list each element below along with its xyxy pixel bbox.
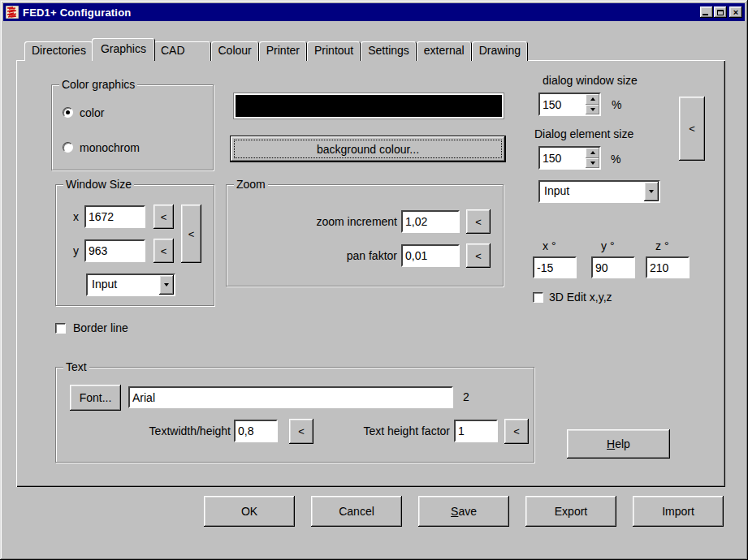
- dialog-element-size-input[interactable]: [540, 148, 586, 168]
- minimize-icon: [703, 14, 708, 15]
- font-count-label: 2: [463, 390, 469, 403]
- close-icon: ×: [733, 8, 738, 16]
- tab-colour[interactable]: Colour: [211, 41, 259, 61]
- arrow-up-icon: [590, 97, 595, 101]
- titlebar[interactable]: FED1+ Configuration ×: [3, 3, 745, 21]
- dialog-mode-value: Input: [540, 182, 644, 201]
- dialog-element-size-down-button[interactable]: [586, 158, 599, 169]
- arrow-down-icon: [590, 162, 595, 165]
- import-button[interactable]: Import: [633, 496, 724, 527]
- color-graphics-group: Color graphics color monochrom: [51, 84, 214, 170]
- window-size-x-apply-button[interactable]: <: [153, 205, 174, 229]
- zoom-group: Zoom zoom increment < pan faktor <: [226, 184, 504, 286]
- text-height-factor-apply-button[interactable]: <: [504, 419, 529, 444]
- window-size-mode-value: Input: [88, 275, 159, 295]
- tab-drawing[interactable]: Drawing: [472, 41, 528, 61]
- text-group: Text Font... 2 Textwidth/height < Text h…: [55, 367, 534, 463]
- font-button[interactable]: Font...: [70, 385, 121, 411]
- pan-factor-input[interactable]: [401, 244, 460, 267]
- help-button[interactable]: Help: [567, 429, 670, 459]
- text-height-factor-input[interactable]: [454, 420, 498, 442]
- pan-factor-apply-button[interactable]: <: [466, 243, 491, 268]
- tab-printout[interactable]: Printout: [307, 41, 361, 61]
- minimize-button[interactable]: [700, 6, 713, 18]
- tab-strip: Directories Graphics CAD Colour Printer …: [24, 41, 528, 61]
- monochrome-radio-label: monochrom: [80, 141, 140, 154]
- rotation-y-input[interactable]: [591, 256, 635, 278]
- arrow-up-icon: [590, 151, 595, 154]
- rotation-x-label: x °: [543, 239, 556, 252]
- tab-settings[interactable]: Settings: [361, 41, 417, 61]
- rotation-z-input[interactable]: [646, 256, 690, 278]
- dialog-element-size-label: Dialog element size: [534, 127, 633, 140]
- dialog-window-size-up-button[interactable]: [586, 94, 599, 105]
- zoom-increment-label: zoom increment: [235, 215, 397, 228]
- dialog-window-size-down-button[interactable]: [586, 105, 599, 115]
- color-radio[interactable]: [63, 107, 73, 118]
- background-colour-button[interactable]: background colour...: [231, 136, 505, 162]
- dialog-window-size-spinner: [538, 93, 601, 116]
- arrow-down-icon: [590, 108, 595, 111]
- pan-factor-label: pan faktor: [235, 249, 397, 262]
- maximize-icon: [717, 10, 724, 15]
- border-line-checkbox[interactable]: [55, 323, 66, 334]
- zoom-increment-apply-button[interactable]: <: [466, 209, 491, 234]
- zoom-legend: Zoom: [234, 178, 268, 191]
- rotation-y-label: y °: [601, 239, 615, 252]
- graphics-tab-page: Color graphics color monochrom backgroun…: [16, 60, 725, 487]
- arrow-down-icon: [649, 190, 654, 193]
- monochrome-radio[interactable]: [63, 142, 73, 153]
- textwidth-height-input[interactable]: [234, 420, 278, 442]
- dialog-size-apply-button[interactable]: <: [679, 97, 705, 161]
- tab-printer[interactable]: Printer: [259, 41, 307, 61]
- window-size-group: Window Size x < y < < Input: [55, 184, 214, 306]
- background-colour-swatch: [233, 93, 504, 119]
- dialog-window-size-input[interactable]: [540, 94, 586, 114]
- dialog-window-size-unit: %: [612, 98, 621, 111]
- text-height-factor-label: Text height factor: [336, 424, 450, 437]
- dialog-element-size-up-button[interactable]: [586, 148, 599, 158]
- dialog-mode-combobox[interactable]: Input: [538, 180, 660, 203]
- edit-3d-checkbox[interactable]: [533, 292, 543, 303]
- window-size-mode-combobox[interactable]: Input: [86, 274, 175, 296]
- tab-directories[interactable]: Directories: [24, 41, 93, 61]
- window-size-apply-both-button[interactable]: <: [181, 205, 201, 263]
- maximize-button[interactable]: [714, 6, 727, 18]
- textwidth-height-label: Textwidth/height: [117, 424, 231, 437]
- save-button[interactable]: Save: [418, 496, 509, 527]
- zoom-increment-input[interactable]: [401, 210, 460, 233]
- textwidth-height-apply-button[interactable]: <: [289, 419, 313, 444]
- window-size-y-apply-button[interactable]: <: [153, 239, 174, 263]
- dialog-element-size-spinner: [538, 146, 601, 170]
- window-size-y-label: y: [73, 244, 79, 257]
- window-size-legend: Window Size: [63, 178, 134, 191]
- border-line-checkbox-label: Border line: [73, 321, 128, 334]
- rotation-z-label: z °: [655, 239, 669, 252]
- window-size-x-label: x: [73, 210, 79, 223]
- window-size-mode-dropdown-button[interactable]: [159, 275, 174, 295]
- ok-button[interactable]: OK: [204, 496, 295, 527]
- color-graphics-legend: Color graphics: [59, 78, 137, 91]
- window-size-x-input[interactable]: [84, 205, 145, 228]
- color-radio-label: color: [80, 106, 104, 119]
- close-button[interactable]: ×: [729, 6, 742, 18]
- arrow-down-icon: [164, 283, 169, 286]
- tab-external[interactable]: external: [417, 41, 472, 61]
- configuration-window: FED1+ Configuration × Directories Graphi…: [0, 0, 748, 560]
- export-button[interactable]: Export: [525, 496, 616, 527]
- edit-3d-checkbox-label: 3D Edit x,y,z: [549, 291, 612, 304]
- app-spring-icon: [6, 6, 19, 19]
- cancel-button[interactable]: Cancel: [311, 496, 402, 527]
- window-size-y-input[interactable]: [84, 239, 145, 262]
- dialog-mode-dropdown-button[interactable]: [644, 182, 659, 201]
- tab-graphics[interactable]: Graphics: [92, 38, 155, 61]
- window-title: FED1+ Configuration: [23, 6, 131, 19]
- font-name-input[interactable]: [128, 386, 453, 408]
- tab-cad[interactable]: CAD: [153, 41, 211, 61]
- dialog-element-size-unit: %: [611, 153, 620, 166]
- rotation-x-input[interactable]: [533, 256, 577, 278]
- dialog-window-size-label: dialog window size: [543, 74, 638, 87]
- text-legend: Text: [63, 360, 89, 373]
